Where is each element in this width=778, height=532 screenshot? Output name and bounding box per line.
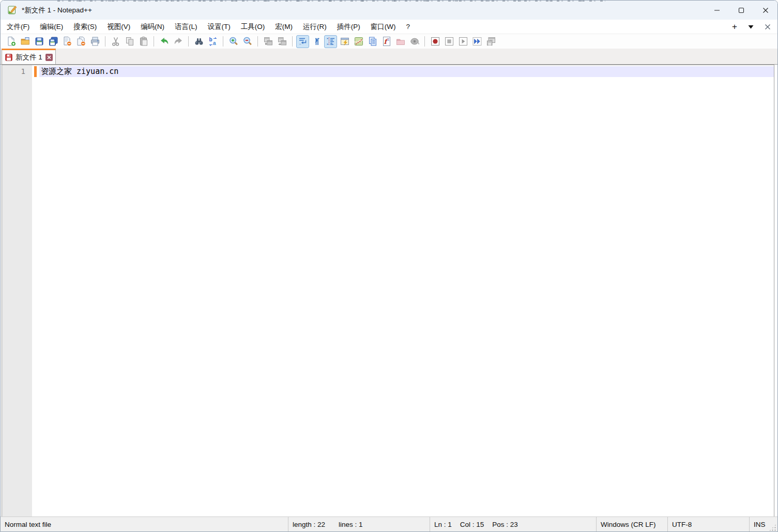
redo-button[interactable] xyxy=(172,35,185,48)
find-button[interactable] xyxy=(192,35,205,48)
find-binoculars-icon xyxy=(194,36,204,47)
status-insert-mode[interactable]: INS xyxy=(749,517,777,531)
close-all-button[interactable] xyxy=(74,35,87,48)
print-icon xyxy=(90,36,100,47)
copy-button[interactable] xyxy=(123,35,136,48)
notepad-plus-plus-window: *新文件 1 - Notepad++ 文件(F) 编辑(E) 搜索(S) 视图(… xyxy=(0,0,778,532)
notepad-plus-plus-app-icon xyxy=(7,5,17,15)
close-window-button[interactable] xyxy=(753,1,777,20)
status-position: Pos : 23 xyxy=(492,521,518,528)
menu-tools[interactable]: 工具(O) xyxy=(236,20,270,34)
maximize-button[interactable] xyxy=(729,1,753,20)
show-indent-guide-button[interactable] xyxy=(324,35,337,48)
document-map-button[interactable] xyxy=(352,35,365,48)
new-file-button[interactable] xyxy=(5,35,18,48)
macro-stop-button[interactable] xyxy=(443,35,455,48)
show-all-characters-button[interactable] xyxy=(310,35,323,48)
sync-vertical-scroll-icon xyxy=(263,36,273,47)
macro-record-icon xyxy=(430,36,440,47)
change-history-margin xyxy=(32,65,39,516)
status-eol-format[interactable]: Windows (CR LF) xyxy=(596,517,667,531)
function-list-icon: f xyxy=(382,36,392,47)
replace-button[interactable]: b a xyxy=(206,35,219,48)
status-doc-size: length : 22 lines : 1 xyxy=(288,517,430,531)
close-file-button[interactable] xyxy=(60,35,73,48)
tab-bar: 新文件 1 xyxy=(1,49,777,65)
toolbar-separator xyxy=(223,36,223,47)
window-resize-grip[interactable] xyxy=(769,524,776,531)
toolbar-separator xyxy=(424,36,425,47)
undo-button[interactable] xyxy=(158,35,171,48)
zoom-in-button[interactable] xyxy=(227,35,240,48)
title-bar: *新文件 1 - Notepad++ xyxy=(1,1,777,20)
status-encoding[interactable]: UTF-8 xyxy=(667,517,749,531)
status-cursor-position: Ln : 1 Col : 15 Pos : 23 xyxy=(430,517,596,531)
menu-macro[interactable]: 宏(M) xyxy=(270,20,298,34)
minimize-button[interactable] xyxy=(705,1,729,20)
status-lines: lines : 1 xyxy=(339,521,363,528)
close-icon xyxy=(762,7,769,13)
close-document-icon xyxy=(62,36,72,47)
menu-language[interactable]: 语言(L) xyxy=(170,20,203,34)
menu-run[interactable]: 运行(R) xyxy=(298,20,332,34)
new-tab-button[interactable]: + xyxy=(732,22,737,31)
macro-playback-button[interactable] xyxy=(456,35,469,48)
zoom-out-icon xyxy=(242,36,253,47)
word-wrap-button[interactable] xyxy=(296,35,309,48)
document-map-icon xyxy=(354,36,364,47)
window-title: *新文件 1 - Notepad++ xyxy=(22,6,92,15)
menu-file[interactable]: 文件(F) xyxy=(2,20,35,34)
menu-settings[interactable]: 设置(T) xyxy=(203,20,236,34)
tab-new-file-1[interactable]: 新文件 1 xyxy=(2,49,56,64)
cut-button[interactable] xyxy=(109,35,122,48)
monitoring-button[interactable] xyxy=(408,35,421,48)
document-list-icon xyxy=(368,36,378,47)
window-controls xyxy=(705,1,777,20)
status-column: Col : 15 xyxy=(460,521,484,528)
folder-as-workspace-button[interactable] xyxy=(394,35,407,48)
document-list-button[interactable] xyxy=(366,35,379,48)
print-button[interactable] xyxy=(88,35,101,48)
zoom-in-icon xyxy=(228,36,239,47)
menu-window[interactable]: 窗口(W) xyxy=(365,20,401,34)
menu-bar: 文件(F) 编辑(E) 搜索(S) 视图(V) 编码(N) 语言(L) 设置(T… xyxy=(1,20,777,34)
macro-run-multiple-button[interactable] xyxy=(470,35,483,48)
tab-list-dropdown-button[interactable] xyxy=(748,25,754,29)
line-number: 1 xyxy=(2,66,32,77)
folder-as-workspace-icon xyxy=(395,36,406,47)
status-length: length : 22 xyxy=(293,521,325,528)
paste-button[interactable] xyxy=(137,35,150,48)
menu-edit[interactable]: 编辑(E) xyxy=(35,20,68,34)
sync-vertical-scroll-button[interactable] xyxy=(262,35,274,48)
close-tab-button[interactable] xyxy=(765,24,771,30)
tab-label: 新文件 1 xyxy=(16,53,42,62)
editor-pane: 1 资源之家 ziyuan.cn xyxy=(2,65,774,516)
menu-help[interactable]: ? xyxy=(401,21,415,33)
close-tab-icon[interactable] xyxy=(45,54,53,61)
redo-icon xyxy=(173,36,184,47)
save-all-button[interactable] xyxy=(47,35,59,48)
text-editing-area[interactable]: 资源之家 ziyuan.cn xyxy=(39,65,774,516)
zoom-out-button[interactable] xyxy=(241,35,254,48)
sync-horizontal-scroll-button[interactable] xyxy=(276,35,288,48)
pilcrow-icon xyxy=(312,36,322,47)
copy-icon xyxy=(125,36,135,47)
menu-plugins[interactable]: 插件(P) xyxy=(332,20,365,34)
macro-record-button[interactable] xyxy=(429,35,441,48)
user-defined-dialog-button[interactable] xyxy=(338,35,351,48)
save-file-button[interactable] xyxy=(33,35,45,48)
menu-encoding[interactable]: 编码(N) xyxy=(135,20,170,34)
close-all-documents-icon xyxy=(76,36,86,47)
sync-horizontal-scroll-icon xyxy=(277,36,287,47)
macro-save-button[interactable] xyxy=(484,35,497,48)
unsaved-document-icon xyxy=(5,54,12,61)
indent-guide-icon xyxy=(326,36,336,47)
menu-search[interactable]: 搜索(S) xyxy=(68,20,102,34)
open-file-button[interactable] xyxy=(19,35,32,48)
macro-playback-icon xyxy=(458,36,468,47)
macro-save-icon xyxy=(486,36,496,47)
menu-view[interactable]: 视图(V) xyxy=(102,20,135,34)
background-window-artifact xyxy=(57,1,605,2)
function-list-button[interactable]: f xyxy=(380,35,393,48)
status-line: Ln : 1 xyxy=(434,521,452,528)
